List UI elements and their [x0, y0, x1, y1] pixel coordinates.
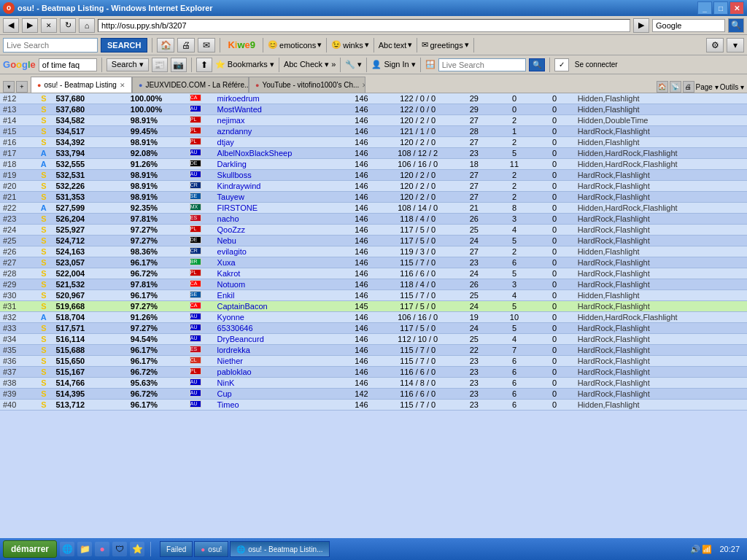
tab-close-2[interactable]: ✕ [362, 82, 365, 89]
refresh-button[interactable]: ↻ [60, 18, 76, 33]
nav-tools-button[interactable]: 🏠 [657, 81, 668, 93]
sign-in[interactable]: 👤 Sign In ▾ [371, 60, 415, 69]
go-button[interactable]: ▶ [633, 18, 649, 33]
cell-username[interactable]: Enkil [214, 290, 341, 301]
cell-username[interactable]: Tauyew [214, 192, 341, 203]
cell-username[interactable]: dtjay [214, 137, 341, 148]
cell-username[interactable]: nejimax [214, 115, 341, 126]
google-news-icon[interactable]: 📰 [152, 58, 168, 72]
ie-tools[interactable]: ✓ [554, 58, 569, 71]
cell-username[interactable]: Kyonne [214, 312, 341, 323]
cell-miss: 24 [454, 236, 494, 246]
minimize-button[interactable]: _ [697, 1, 712, 15]
cell-mods: HardRock,Flashlight [575, 389, 747, 400]
taskbar-item-osu[interactable]: ● osu! [194, 541, 228, 557]
cell-username[interactable]: Kakrot [214, 268, 341, 279]
settings-icon[interactable]: ⚙ [706, 38, 724, 52]
google-photo-icon[interactable]: 📷 [171, 58, 187, 72]
abc-check[interactable]: Abc Check ▾ » [284, 60, 336, 69]
cell-username[interactable]: lordrekka [214, 345, 341, 356]
taskbar-item-failed[interactable]: Failed [160, 541, 193, 557]
cell-username[interactable]: Timeo [214, 400, 341, 411]
taskbar-icon-shield[interactable]: 🛡 [112, 542, 127, 556]
tabs-row: ▾ + ● osu! - Beatmap Listing ✕ ● JEUXVID… [0, 74, 747, 93]
cell-username[interactable]: Skullboss [214, 170, 341, 181]
cell-mods: HardRock,Flashlight [575, 301, 747, 312]
cell-username[interactable]: evilagito [214, 246, 341, 257]
mail-icon[interactable]: ✉ [198, 38, 215, 52]
new-tab-button[interactable]: + [16, 81, 28, 93]
cell-username[interactable]: MostWanted [214, 104, 341, 115]
cell-username[interactable]: QooZzz [214, 225, 341, 236]
table-container[interactable]: #12 S 537,680 100.00% CA mirkoedrum 146 … [0, 93, 747, 538]
start-button[interactable]: démarrer [3, 540, 57, 558]
live-search-right-go[interactable]: 🔍 [529, 58, 545, 71]
cell-username[interactable]: AlbelNoxBlackSheep [214, 148, 341, 159]
cell-acc: 97.81% [128, 279, 187, 290]
cell-username[interactable]: Notuom [214, 279, 341, 290]
cell-grade: S [34, 170, 53, 181]
cell-acc: 91.26% [128, 312, 187, 323]
cell-hits: 120 / 2 / 0 [382, 170, 454, 181]
google-up-icon[interactable]: ⬆ [196, 58, 212, 72]
google-search-input[interactable] [39, 58, 97, 71]
taskbar-icon-ie[interactable]: 🌐 [60, 542, 74, 556]
google-search-button[interactable]: Search ▾ [107, 58, 149, 71]
taskbar-icon-osu[interactable]: ● [95, 542, 109, 556]
cell-username[interactable]: pabloklao [214, 367, 341, 378]
cell-username[interactable]: 65330646 [214, 323, 341, 334]
cell-username[interactable]: Cup [214, 389, 341, 400]
cell-username[interactable]: Kindraywind [214, 181, 341, 192]
cell-grade: S [34, 236, 53, 246]
home-icon[interactable]: 🏠 [157, 38, 174, 52]
taskbar-icon-folder[interactable]: 📁 [77, 542, 92, 556]
cell-username[interactable]: Nebu [214, 236, 341, 246]
page-menu[interactable]: Page ▾ [696, 83, 719, 91]
search-button[interactable]: SEARCH [101, 38, 147, 52]
cell-username[interactable]: NinK [214, 378, 341, 389]
tab-list-button[interactable]: ▾ [3, 81, 15, 93]
taskbar-item-beatmap[interactable]: 🌐 osu! - Beatmap Listin... [230, 541, 329, 557]
print-icon[interactable]: 🖨 [177, 38, 195, 52]
stop-button[interactable]: ✕ [41, 18, 57, 33]
cell-geki: 6 [494, 400, 534, 411]
search-go-button[interactable]: 🔍 [728, 18, 744, 33]
cell-grade: S [34, 301, 53, 312]
print-page-button[interactable]: 🖨 [683, 81, 694, 93]
cell-username[interactable]: Xuxa [214, 257, 341, 268]
cell-mods: HardRock,Flashlight [575, 225, 747, 236]
taskbar-icon-star[interactable]: ⭐ [130, 542, 144, 556]
home-button[interactable]: ⌂ [79, 18, 95, 33]
tab-osu-beatmap[interactable]: ● osu! - Beatmap Listing ✕ [31, 77, 132, 93]
bookmarks-menu[interactable]: ⭐ Bookmarks ▾ [215, 60, 274, 69]
maximize-button[interactable]: □ [713, 1, 728, 15]
cell-grade: S [34, 126, 53, 137]
cell-acc: 97.81% [128, 214, 187, 225]
cell-flag: AU [187, 170, 214, 181]
cell-username[interactable]: mirkoedrum [214, 93, 341, 104]
tab-close-0[interactable]: ✕ [120, 82, 125, 89]
back-button[interactable]: ◀ [3, 18, 19, 33]
close-button[interactable]: ✕ [729, 1, 744, 15]
outils-menu[interactable]: Outils ▾ [720, 83, 744, 91]
address-input[interactable] [98, 19, 630, 32]
window-icon: o [3, 2, 15, 14]
more-icon[interactable]: ▾ [727, 38, 744, 52]
cell-username[interactable]: nacho [214, 214, 341, 225]
tab-jeuxvideo[interactable]: ● JEUXVIDEO.COM - La Référe... ✕ [132, 77, 249, 93]
cell-username[interactable]: DryBeancurd [214, 334, 341, 345]
cell-hits: 115 / 7 / 0 [382, 257, 454, 268]
cell-username[interactable]: azndanny [214, 126, 341, 137]
cell-username[interactable]: Darkling [214, 159, 341, 170]
cell-username[interactable]: FIRSTONE [214, 203, 341, 214]
live-search-right-input[interactable] [438, 58, 526, 71]
tab-youtube[interactable]: ● YouTube - vitofino1000's Ch... ✕ [249, 77, 365, 93]
cell-username[interactable]: CaptainBacon [214, 301, 341, 312]
live-search-input[interactable] [3, 38, 98, 52]
se-connecter[interactable]: Se connecter [575, 61, 618, 69]
forward-button[interactable]: ▶ [22, 18, 38, 33]
tools-menu[interactable]: 🔧 ▾ [345, 60, 362, 69]
cell-acc: 97.27% [128, 323, 187, 334]
cell-username[interactable]: Niether [214, 356, 341, 367]
feeds-button[interactable]: 📡 [670, 81, 681, 93]
